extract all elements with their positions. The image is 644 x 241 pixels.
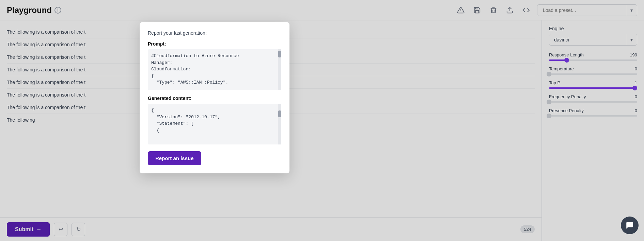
prompt-label: Prompt: (148, 41, 281, 47)
generated-textbox[interactable]: { "Version": "2012-10-17", "Statement": … (148, 104, 281, 144)
modal-overlay[interactable] (0, 0, 644, 241)
prompt-textbox[interactable]: #Cloudformation to Azure Resource Manage… (148, 49, 281, 90)
modal-intro-text: Report your last generation: (148, 30, 281, 36)
report-modal: Report your last generation: Prompt: #Cl… (140, 22, 289, 173)
report-issue-button[interactable]: Report an issue (148, 151, 201, 165)
generated-content-label: Generated content: (148, 96, 281, 101)
chat-fab[interactable] (621, 217, 639, 234)
prompt-content: #Cloudformation to Azure Resource Manage… (151, 53, 278, 86)
prompt-scrollbar[interactable] (278, 49, 281, 90)
generated-content: { "Version": "2012-10-17", "Statement": … (151, 107, 278, 134)
generated-scrollbar[interactable] (278, 104, 281, 144)
